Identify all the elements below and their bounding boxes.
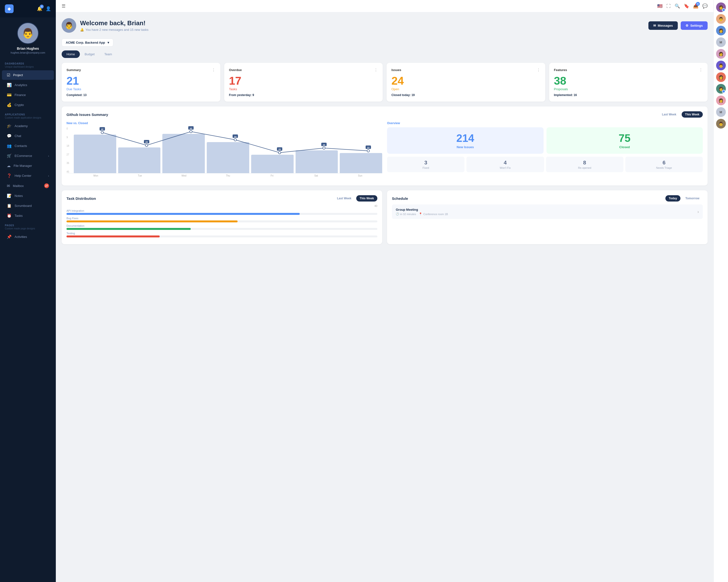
svg-point-6 [190,131,192,133]
sidebar-item-notes[interactable]: 📝 Notes [2,191,54,200]
needs-triage-label: Needs Triage [628,166,700,169]
week-toggle: Last Week This Week [658,111,703,118]
right-avatar-11[interactable]: 👨 [716,119,726,129]
content-area: 👨 Welcome back, Brian! 🔔 You have 2 new … [56,12,713,582]
overdue-menu-icon[interactable]: ⋮ [374,68,378,72]
flag-icon[interactable]: 🇺🇸 [657,3,662,9]
bar-fill [251,155,294,173]
needs-triage-stat: 6 Needs Triage [625,157,703,172]
sidebar-item-file-manager[interactable]: ☁ File Manager [2,161,54,170]
bottom-row: Task Distribution Last Week This Week 40… [62,190,708,249]
chevron-right-icon: › [48,174,49,177]
right-avatar-6[interactable]: 👨 [716,61,726,70]
sidebar-item-contacts[interactable]: 👥 Contacts [2,141,54,150]
today-toggle: Today Tomorrow [666,195,703,201]
sidebar-item-tasks[interactable]: ⏰ Tasks [2,211,54,220]
x-label-thu: Thu [206,174,250,177]
bar-col-fri [251,155,294,173]
right-avatar-10[interactable]: M [716,107,726,117]
right-avatar-5[interactable]: 👩 [716,49,726,59]
scrumboard-icon: 📋 [7,203,11,208]
settings-button[interactable]: ⚙ Settings [681,21,708,30]
task-this-week-button[interactable]: This Week [356,195,378,201]
sidebar-item-finance[interactable]: 💳 Finance [2,90,54,100]
issues-menu-icon[interactable]: ⋮ [537,68,540,72]
sidebar-item-analytics[interactable]: 📊 Analytics [2,80,54,90]
closed-card: 75 Closed [546,127,703,154]
right-avatar-8[interactable]: 👩 [716,84,726,93]
horiz-bar-row-2: Documentation [67,224,378,230]
sidebar-header: ◆ 🔔 3 👤 [0,0,56,18]
sidebar-item-ecommerce[interactable]: 🛒 ECommerce › [2,151,54,161]
last-week-button[interactable]: Last Week [658,111,680,118]
reopened-stat: 8 Re-opened [546,157,623,172]
right-avatar-9[interactable]: 👩 [716,95,726,105]
new-issues-number: 214 [457,132,474,144]
welcome-section: 👨 Welcome back, Brian! 🔔 You have 2 new … [62,18,708,33]
chat-icon: 💬 [7,134,11,138]
sidebar-item-scrumboard[interactable]: 📋 Scrumboard [2,201,54,211]
horiz-bar-track [67,220,378,222]
chat-icon[interactable]: 💬 [702,3,708,9]
tomorrow-button[interactable]: Tomorrow [682,195,703,201]
sidebar-item-mailbox[interactable]: ✉ Mailbox 27 [2,181,54,191]
bookmark-icon[interactable]: 🔖 [684,3,689,9]
summary-menu-icon[interactable]: ⋮ [212,68,215,72]
sidebar-item-label: Help Center [15,174,31,177]
sidebar-item-label: Contacts [15,144,27,148]
sidebar-item-label: Academy [15,124,28,128]
user-email: hughes.brian@company.com [0,51,56,54]
features-menu-icon[interactable]: ⋮ [699,68,703,72]
sidebar-item-help-center[interactable]: ❓ Help Center › [2,171,54,181]
notification-badge: 3 [40,5,44,8]
sidebar-item-activities[interactable]: 📌 Activities [2,232,54,242]
inbox-icon[interactable]: 📥 5 [693,3,698,9]
stat-label-features: Proposals [554,87,703,91]
this-week-button[interactable]: This Week [682,111,703,118]
fullscreen-icon[interactable]: ⛶ [666,4,671,9]
right-avatar-1[interactable]: 👩 [716,2,726,12]
app-logo[interactable]: ◆ [5,4,14,13]
bar-chart: 45 36 27 18 9 0 42284334202522 MonTueWed… [67,127,382,181]
sidebar-item-project[interactable]: ☑ Project [2,70,54,80]
task-dist-header: Task Distribution Last Week This Week [67,195,378,201]
sidebar-item-label: ECommerce [15,154,32,158]
sidebar-item-label: Notes [15,194,23,198]
wont-fix-number: 4 [469,160,541,166]
sidebar-item-chat[interactable]: 💬 Chat [2,131,54,141]
chevron-down-icon: ▾ [107,41,109,45]
menu-icon[interactable]: ☰ [62,3,66,9]
sidebar-item-crypto[interactable]: 💰 Crypto [2,100,54,110]
applications-sublabel: Custom made application designs [0,116,56,121]
chevron-right-icon[interactable]: › [697,209,699,214]
bar-col-wed [162,134,205,173]
messages-button[interactable]: ✉ Messages [648,21,678,30]
task-dist-toggle: Last Week This Week [334,195,378,201]
file-manager-icon: ☁ [7,163,11,168]
right-avatar-4[interactable]: M [716,37,726,47]
schedule-item-title: Group Meeting [396,208,448,212]
tab-budget[interactable]: Budget [80,51,100,58]
task-last-week-button[interactable]: Last Week [334,195,355,201]
location-icon: 📍 Conference room 1B [419,213,448,216]
task-distribution-section: Task Distribution Last Week This Week 40… [62,190,382,244]
notification-icon[interactable]: 🔔 3 [37,6,42,11]
user-profile-icon[interactable]: 👤 [46,6,51,11]
sidebar-item-academy[interactable]: 🎓 Academy [2,121,54,131]
gear-icon: ⚙ [685,24,688,27]
search-icon[interactable]: 🔍 [675,3,680,9]
svg-rect-16 [321,143,327,146]
svg-point-12 [278,151,281,154]
today-button[interactable]: Today [666,195,680,201]
mailbox-icon: ✉ [7,184,10,188]
x-label-mon: Mon [74,174,118,177]
right-avatar-7[interactable]: 👩 [716,72,726,82]
svg-rect-4 [144,140,149,143]
project-selector[interactable]: ACME Corp. Backend App ▾ [62,38,113,47]
overview-bottom-stats: 3 Fixed 4 Won't Fix 8 Re-opened 6 [387,157,703,172]
right-avatar-3[interactable]: 👩 [716,26,726,35]
tab-home[interactable]: Home [62,51,80,58]
right-avatar-2[interactable]: 👨 [716,14,726,24]
stat-title-summary: Summary [67,68,81,72]
tab-team[interactable]: Team [100,51,117,58]
